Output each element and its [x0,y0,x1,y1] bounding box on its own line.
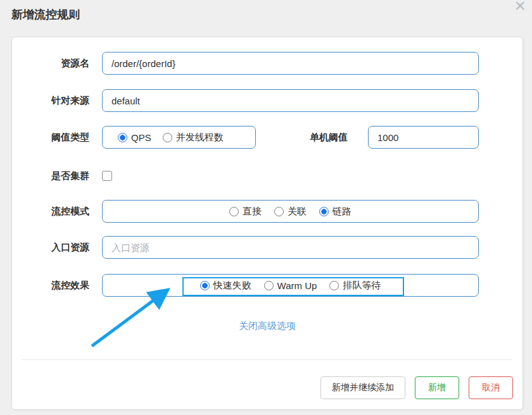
behavior-option-queue-label: 排队等待 [343,280,381,292]
ref-resource-input[interactable] [102,236,479,259]
dialog-panel: 资源名 针对来源 阈值类型 QPS 并发线程数 单机阈值 是否集群 流控模式 直… [11,37,523,410]
ref-resource-label: 入口资源 [13,236,89,259]
resource-input[interactable] [102,52,479,75]
resource-label: 资源名 [13,52,89,75]
behavior-option-warm-up-label: Warm Up [277,280,317,291]
strategy-option-relate[interactable]: 关联 [274,206,307,218]
strategy-option-chain[interactable]: 链路 [319,206,352,218]
strategy-option-relate-label: 关联 [288,206,307,218]
cancel-button[interactable]: 取消 [469,376,513,399]
strategy-radio-relate[interactable] [274,207,284,216]
cluster-label: 是否集群 [13,164,89,187]
footer-divider [22,359,512,360]
grade-radio-qps[interactable] [118,133,127,142]
grade-option-thread[interactable]: 并发线程数 [163,132,224,144]
grade-option-qps-label: QPS [131,132,151,143]
dialog-title: 新增流控规则 [11,7,80,22]
cluster-checkbox[interactable] [102,171,112,181]
close-icon[interactable]: × [514,0,526,15]
behavior-radio-fail-fast[interactable] [200,281,210,290]
grade-option-qps[interactable]: QPS [118,132,151,143]
threshold-label: 单机阈值 [284,126,348,149]
behavior-option-warm-up[interactable]: Warm Up [264,280,317,291]
advanced-options-link[interactable]: 关闭高级选项 [12,320,522,332]
behavior-option-fail-fast-label: 快速失败 [213,280,251,292]
strategy-radio-direct[interactable] [229,207,239,216]
strategy-radio-chain[interactable] [319,207,329,216]
threshold-input[interactable] [368,126,479,149]
add-and-continue-button[interactable]: 新增并继续添加 [320,376,405,399]
strategy-label: 流控模式 [13,200,89,223]
behavior-option-queue[interactable]: 排队等待 [329,280,381,292]
strategy-option-direct[interactable]: 直接 [229,206,262,218]
behavior-option-fail-fast[interactable]: 快速失败 [200,280,251,292]
behavior-radio-warm-up[interactable] [264,281,274,290]
grade-option-box: QPS 并发线程数 [102,126,256,149]
limit-app-input[interactable] [102,89,479,112]
limit-app-label: 针对来源 [13,89,89,112]
add-button[interactable]: 新增 [415,376,459,399]
behavior-option-box: 快速失败 Warm Up 排队等待 [102,274,479,297]
behavior-radio-queue[interactable] [329,281,339,290]
grade-radio-thread[interactable] [163,133,172,142]
grade-label: 阈值类型 [13,126,89,149]
strategy-option-box: 直接 关联 链路 [102,200,479,223]
grade-option-thread-label: 并发线程数 [176,132,224,144]
behavior-label: 流控效果 [13,274,89,297]
footer-buttons: 新增并继续添加 新增 取消 [320,376,513,399]
strategy-option-direct-label: 直接 [243,206,262,218]
strategy-option-chain-label: 链路 [332,206,352,218]
